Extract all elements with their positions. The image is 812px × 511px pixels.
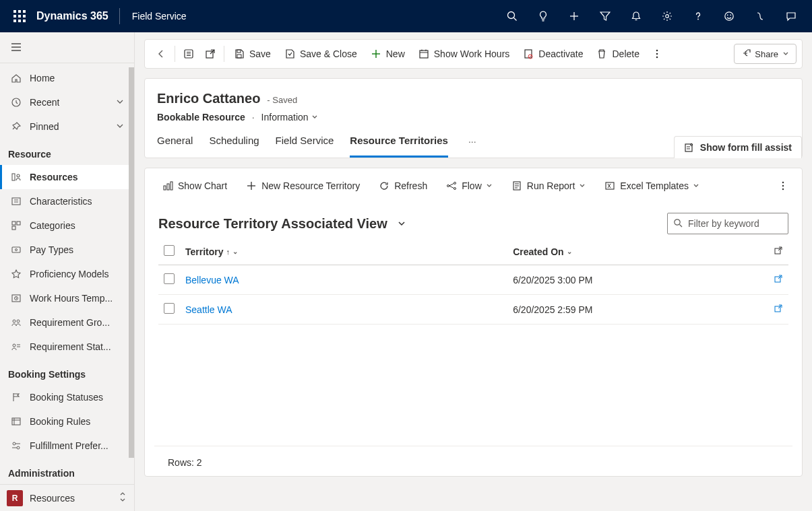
subgrid: Show Chart New Resource Territory Refres… [144,168,803,477]
open-record-icon[interactable] [774,304,783,313]
table-row[interactable]: Bellevue WA 6/20/2025 3:00 PM [158,265,788,295]
svg-line-10 [514,18,517,21]
filter-button[interactable] [590,0,621,32]
sidebar-scrollbar[interactable] [129,67,134,498]
run-report-button[interactable]: Run Report [503,175,594,197]
new-record-button[interactable]: New [364,43,412,65]
nav-pinned[interactable]: Pinned [0,114,134,139]
chevron-down-icon [115,121,125,133]
feedback-button[interactable] [714,0,745,32]
tab-general[interactable]: General [157,135,193,158]
form-fill-assist-button[interactable]: Show form fill assist [674,136,802,158]
svg-rect-33 [12,247,20,252]
hamburger-icon [11,42,22,53]
excel-templates-button[interactable]: Excel Templates [596,175,708,197]
settings-button[interactable] [652,0,683,32]
plus-icon [246,180,257,191]
sidebar-toggle[interactable] [0,32,134,63]
notifications-button[interactable] [621,0,652,32]
nav-paytypes[interactable]: Pay Types [0,238,134,262]
nav-home[interactable]: Home [0,66,134,90]
open-record-icon[interactable] [774,274,783,283]
show-work-hours-button[interactable]: Show Work Hours [412,43,517,65]
save-close-button[interactable]: Save & Close [278,43,364,65]
popout-icon[interactable] [774,246,783,255]
row-checkbox[interactable] [164,273,175,284]
filter-input[interactable]: Filter by keyword [667,213,788,234]
view-selector[interactable]: Resource Territory Associated View [158,216,406,232]
nav-proficiency[interactable]: Proficiency Models [0,262,134,286]
nav-categories[interactable]: Categories [0,213,134,238]
excel-label: Excel Templates [620,180,689,191]
svg-rect-6 [13,20,16,22]
app-name[interactable]: Field Service [123,11,196,22]
subgrid-commandbar: Show Chart New Resource Territory Refres… [145,168,802,203]
save-icon [234,48,245,59]
svg-point-83 [675,219,680,224]
nav-recent[interactable]: Recent [0,90,134,114]
subgrid-overflow[interactable] [774,175,792,197]
refresh-button[interactable]: Refresh [371,175,435,197]
col-createdon-label: Created On [513,246,563,257]
save-close-label: Save & Close [300,48,357,59]
tab-resource-territories[interactable]: Resource Territories [350,135,448,158]
help-button[interactable] [683,0,714,32]
nav-divider [119,8,120,24]
nav-resources[interactable]: Resources [0,165,134,189]
nav-fulfillment[interactable]: Fulfillment Prefer... [0,434,134,458]
overflow-button[interactable] [646,43,668,65]
open-record-set-button[interactable] [178,43,199,65]
territory-link[interactable]: Bellevue WA [185,275,239,285]
report-icon [511,180,522,191]
nav-characteristics[interactable]: Characteristics [0,189,134,213]
chat-button[interactable] [776,0,807,32]
nav-bookrules[interactable]: Booking Rules [0,409,134,434]
createdon-cell: 6/20/2025 3:00 PM [507,265,768,295]
nav-workhours[interactable]: Work Hours Temp... [0,286,134,310]
new-territory-button[interactable]: New Resource Territory [238,175,368,197]
form-name: Information [261,112,309,123]
svg-point-74 [454,188,456,190]
back-button[interactable] [150,43,172,65]
svg-point-37 [13,320,15,322]
svg-rect-25 [12,174,15,180]
app-launcher-button[interactable] [5,10,34,22]
flow-button[interactable]: Flow [438,175,501,197]
brand-title[interactable]: Dynamics 365 [34,10,117,22]
select-all-checkbox[interactable] [164,245,175,256]
scrollbar-thumb[interactable] [129,67,134,458]
nav-reqstatus[interactable]: Requirement Stat... [0,335,134,359]
form-assist-icon [684,142,695,153]
lightbulb-button[interactable] [528,0,559,32]
share-button[interactable]: Share [734,44,797,64]
new-button[interactable] [559,0,590,32]
deactivate-button[interactable]: Deactivate [516,43,590,65]
territory-link[interactable]: Seattle WA [185,304,232,315]
row-checkbox[interactable] [164,303,175,314]
bell-icon [631,11,642,22]
column-createdon[interactable]: Created On ⌄ [507,238,768,265]
delete-button[interactable]: Delete [590,43,646,65]
nav-reqgroups[interactable]: Requirement Gro... [0,310,134,335]
save-close-icon [284,48,295,59]
section-booking: Booking Settings [0,359,134,385]
form-fill-assist-label: Show form fill assist [700,142,792,153]
search-button[interactable] [497,0,528,32]
copilot-button[interactable] [745,0,776,32]
table-row[interactable]: Seattle WA 6/20/2025 2:59 PM [158,295,788,325]
save-button[interactable]: Save [227,43,278,65]
calendar-icon [418,48,429,59]
form-selector[interactable]: Information [261,112,318,123]
column-action[interactable] [768,238,788,265]
tab-fieldservice[interactable]: Field Service [276,135,334,158]
tab-overflow[interactable]: ··· [464,136,480,156]
tab-scheduling[interactable]: Scheduling [209,135,259,158]
nav-bookstatus[interactable]: Booking Statuses [0,385,134,409]
column-territory[interactable]: Territory ↑ ⌄ [180,238,507,265]
show-chart-button[interactable]: Show Chart [154,175,235,197]
area-switcher[interactable]: R Resources [0,484,134,511]
popout-button[interactable] [199,43,221,65]
chart-icon [162,180,173,191]
area-switch-label: Resources [30,493,75,504]
svg-rect-32 [12,226,15,230]
